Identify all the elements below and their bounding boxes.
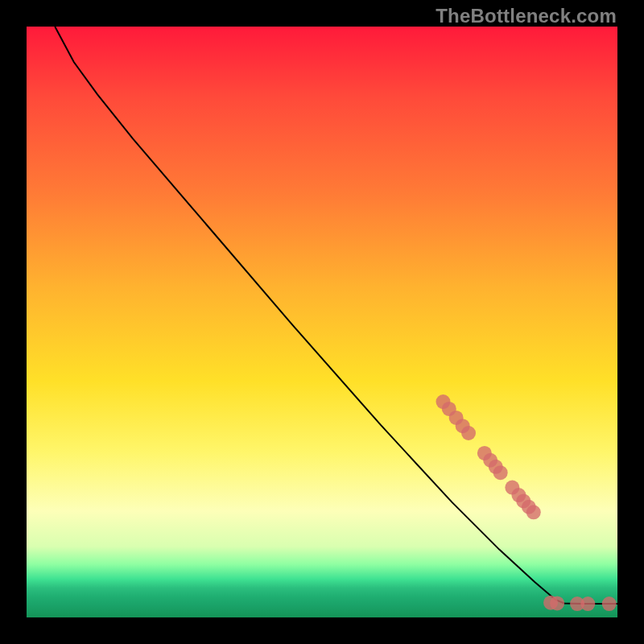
chart-marker (493, 465, 508, 480)
chart-marker (580, 597, 595, 611)
attribution-text: TheBottleneck.com (436, 5, 617, 27)
chart-overlay (27, 27, 617, 617)
chart-marker (526, 505, 541, 519)
chart-marker (602, 597, 617, 611)
chart-frame: TheBottleneck.com (0, 0, 644, 644)
chart-marker (550, 596, 564, 610)
chart-marker (461, 426, 476, 440)
chart-markers (436, 394, 616, 611)
